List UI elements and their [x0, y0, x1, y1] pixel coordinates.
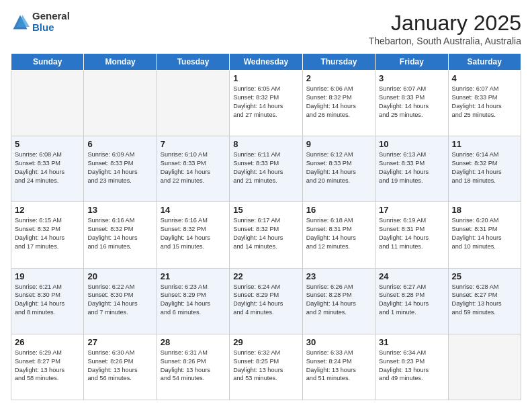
- calendar-cell-w2d3: 15Sunrise: 6:17 AM Sunset: 8:32 PM Dayli…: [230, 202, 302, 268]
- day-number: 9: [306, 139, 371, 149]
- calendar-cell-w4d0: 26Sunrise: 6:29 AM Sunset: 8:27 PM Dayli…: [11, 334, 84, 400]
- calendar-cell-w1d4: 9Sunrise: 6:12 AM Sunset: 8:33 PM Daylig…: [302, 136, 375, 202]
- day-info: Sunrise: 6:16 AM Sunset: 8:32 PM Dayligh…: [161, 216, 226, 251]
- calendar-cell-w3d1: 20Sunrise: 6:22 AM Sunset: 8:30 PM Dayli…: [84, 268, 157, 334]
- calendar-cell-w0d5: 3Sunrise: 6:07 AM Sunset: 8:33 PM Daylig…: [375, 71, 448, 136]
- calendar-cell-w2d1: 13Sunrise: 6:16 AM Sunset: 8:32 PM Dayli…: [84, 202, 157, 268]
- calendar-cell-w3d3: 22Sunrise: 6:24 AM Sunset: 8:29 PM Dayli…: [230, 268, 302, 334]
- day-info: Sunrise: 6:16 AM Sunset: 8:32 PM Dayligh…: [87, 216, 152, 251]
- calendar-week-row-4: 26Sunrise: 6:29 AM Sunset: 8:27 PM Dayli…: [11, 334, 521, 400]
- day-number: 7: [161, 139, 226, 149]
- header-tuesday: Tuesday: [157, 54, 229, 71]
- day-info: Sunrise: 6:28 AM Sunset: 8:27 PM Dayligh…: [452, 283, 517, 318]
- day-number: 22: [233, 271, 298, 281]
- calendar-cell-w2d0: 12Sunrise: 6:15 AM Sunset: 8:32 PM Dayli…: [11, 202, 84, 268]
- day-info: Sunrise: 6:33 AM Sunset: 8:24 PM Dayligh…: [306, 349, 371, 383]
- day-info: Sunrise: 6:30 AM Sunset: 8:26 PM Dayligh…: [87, 349, 152, 383]
- day-number: 12: [15, 205, 80, 215]
- calendar-cell-w3d2: 21Sunrise: 6:23 AM Sunset: 8:29 PM Dayli…: [157, 268, 229, 334]
- location-title: Thebarton, South Australia, Australia: [369, 36, 521, 46]
- day-number: 3: [379, 73, 444, 83]
- day-info: Sunrise: 6:08 AM Sunset: 8:33 PM Dayligh…: [15, 150, 80, 185]
- day-info: Sunrise: 6:22 AM Sunset: 8:30 PM Dayligh…: [87, 283, 152, 318]
- logo-text: General Blue: [32, 11, 70, 33]
- day-number: 23: [306, 271, 371, 281]
- calendar-cell-w1d3: 8Sunrise: 6:11 AM Sunset: 8:33 PM Daylig…: [230, 136, 302, 202]
- weekday-header-row: Sunday Monday Tuesday Wednesday Thursday…: [11, 54, 521, 71]
- day-info: Sunrise: 6:27 AM Sunset: 8:28 PM Dayligh…: [379, 283, 444, 318]
- day-info: Sunrise: 6:10 AM Sunset: 8:33 PM Dayligh…: [161, 150, 226, 185]
- calendar-week-row-3: 19Sunrise: 6:21 AM Sunset: 8:30 PM Dayli…: [11, 268, 521, 334]
- calendar-cell-w1d5: 10Sunrise: 6:13 AM Sunset: 8:33 PM Dayli…: [375, 136, 448, 202]
- calendar-cell-w4d2: 28Sunrise: 6:31 AM Sunset: 8:26 PM Dayli…: [157, 334, 229, 400]
- day-info: Sunrise: 6:31 AM Sunset: 8:26 PM Dayligh…: [161, 349, 226, 383]
- day-info: Sunrise: 6:11 AM Sunset: 8:33 PM Dayligh…: [233, 150, 298, 185]
- logo-icon: [11, 13, 30, 32]
- calendar-cell-w0d2: [157, 71, 229, 136]
- calendar-table: Sunday Monday Tuesday Wednesday Thursday…: [11, 53, 521, 400]
- day-info: Sunrise: 6:09 AM Sunset: 8:33 PM Dayligh…: [87, 150, 152, 185]
- logo-blue-text: Blue: [32, 22, 70, 34]
- calendar-cell-w4d4: 30Sunrise: 6:33 AM Sunset: 8:24 PM Dayli…: [302, 334, 375, 400]
- day-number: 6: [87, 139, 152, 149]
- day-number: 29: [233, 337, 298, 347]
- month-title: January 2025: [369, 11, 521, 36]
- day-info: Sunrise: 6:17 AM Sunset: 8:32 PM Dayligh…: [233, 216, 298, 251]
- calendar-cell-w3d0: 19Sunrise: 6:21 AM Sunset: 8:30 PM Dayli…: [11, 268, 84, 334]
- calendar-cell-w0d4: 2Sunrise: 6:06 AM Sunset: 8:32 PM Daylig…: [302, 71, 375, 136]
- calendar-cell-w4d3: 29Sunrise: 6:32 AM Sunset: 8:25 PM Dayli…: [230, 334, 302, 400]
- calendar-cell-w4d5: 31Sunrise: 6:34 AM Sunset: 8:23 PM Dayli…: [375, 334, 448, 400]
- calendar-cell-w3d5: 24Sunrise: 6:27 AM Sunset: 8:28 PM Dayli…: [375, 268, 448, 334]
- calendar-cell-w1d2: 7Sunrise: 6:10 AM Sunset: 8:33 PM Daylig…: [157, 136, 229, 202]
- day-info: Sunrise: 6:12 AM Sunset: 8:33 PM Dayligh…: [306, 150, 371, 185]
- day-info: Sunrise: 6:05 AM Sunset: 8:32 PM Dayligh…: [233, 85, 298, 120]
- day-number: 16: [306, 205, 371, 215]
- day-info: Sunrise: 6:14 AM Sunset: 8:32 PM Dayligh…: [452, 150, 517, 185]
- day-info: Sunrise: 6:21 AM Sunset: 8:30 PM Dayligh…: [15, 283, 80, 318]
- calendar-cell-w2d2: 14Sunrise: 6:16 AM Sunset: 8:32 PM Dayli…: [157, 202, 229, 268]
- day-info: Sunrise: 6:24 AM Sunset: 8:29 PM Dayligh…: [233, 283, 298, 318]
- day-number: 1: [233, 73, 298, 83]
- day-number: 4: [452, 73, 517, 83]
- day-number: 2: [306, 73, 371, 83]
- calendar-week-row-2: 12Sunrise: 6:15 AM Sunset: 8:32 PM Dayli…: [11, 202, 521, 268]
- day-number: 5: [15, 139, 80, 149]
- day-info: Sunrise: 6:19 AM Sunset: 8:31 PM Dayligh…: [379, 216, 444, 251]
- logo-general-text: General: [32, 11, 70, 22]
- header-wednesday: Wednesday: [230, 54, 302, 71]
- day-number: 26: [15, 337, 80, 347]
- calendar-cell-w1d0: 5Sunrise: 6:08 AM Sunset: 8:33 PM Daylig…: [11, 136, 84, 202]
- header: General Blue January 2025 Thebarton, Sou…: [11, 11, 521, 46]
- day-info: Sunrise: 6:34 AM Sunset: 8:23 PM Dayligh…: [379, 349, 444, 383]
- calendar-cell-w4d1: 27Sunrise: 6:30 AM Sunset: 8:26 PM Dayli…: [84, 334, 157, 400]
- header-sunday: Sunday: [11, 54, 84, 71]
- day-number: 31: [379, 337, 444, 347]
- calendar-week-row-0: 1Sunrise: 6:05 AM Sunset: 8:32 PM Daylig…: [11, 71, 521, 136]
- calendar-cell-w0d1: [84, 71, 157, 136]
- day-info: Sunrise: 6:13 AM Sunset: 8:33 PM Dayligh…: [379, 150, 444, 185]
- title-block: January 2025 Thebarton, South Australia,…: [369, 11, 521, 46]
- day-number: 13: [87, 205, 152, 215]
- header-saturday: Saturday: [448, 54, 521, 71]
- calendar-cell-w3d4: 23Sunrise: 6:26 AM Sunset: 8:28 PM Dayli…: [302, 268, 375, 334]
- day-number: 19: [15, 271, 80, 281]
- day-number: 20: [87, 271, 152, 281]
- day-info: Sunrise: 6:23 AM Sunset: 8:29 PM Dayligh…: [161, 283, 226, 318]
- calendar-cell-w2d4: 16Sunrise: 6:18 AM Sunset: 8:31 PM Dayli…: [302, 202, 375, 268]
- day-number: 10: [379, 139, 444, 149]
- day-number: 21: [161, 271, 226, 281]
- day-number: 8: [233, 139, 298, 149]
- day-number: 18: [452, 205, 517, 215]
- header-friday: Friday: [375, 54, 448, 71]
- calendar-cell-w4d6: [448, 334, 521, 400]
- header-thursday: Thursday: [302, 54, 375, 71]
- calendar-cell-w2d6: 18Sunrise: 6:20 AM Sunset: 8:31 PM Dayli…: [448, 202, 521, 268]
- calendar-cell-w1d6: 11Sunrise: 6:14 AM Sunset: 8:32 PM Dayli…: [448, 136, 521, 202]
- day-info: Sunrise: 6:06 AM Sunset: 8:32 PM Dayligh…: [306, 85, 371, 120]
- calendar-week-row-1: 5Sunrise: 6:08 AM Sunset: 8:33 PM Daylig…: [11, 136, 521, 202]
- day-number: 28: [161, 337, 226, 347]
- day-info: Sunrise: 6:32 AM Sunset: 8:25 PM Dayligh…: [233, 349, 298, 383]
- day-number: 24: [379, 271, 444, 281]
- header-monday: Monday: [84, 54, 157, 71]
- calendar-cell-w0d6: 4Sunrise: 6:07 AM Sunset: 8:33 PM Daylig…: [448, 71, 521, 136]
